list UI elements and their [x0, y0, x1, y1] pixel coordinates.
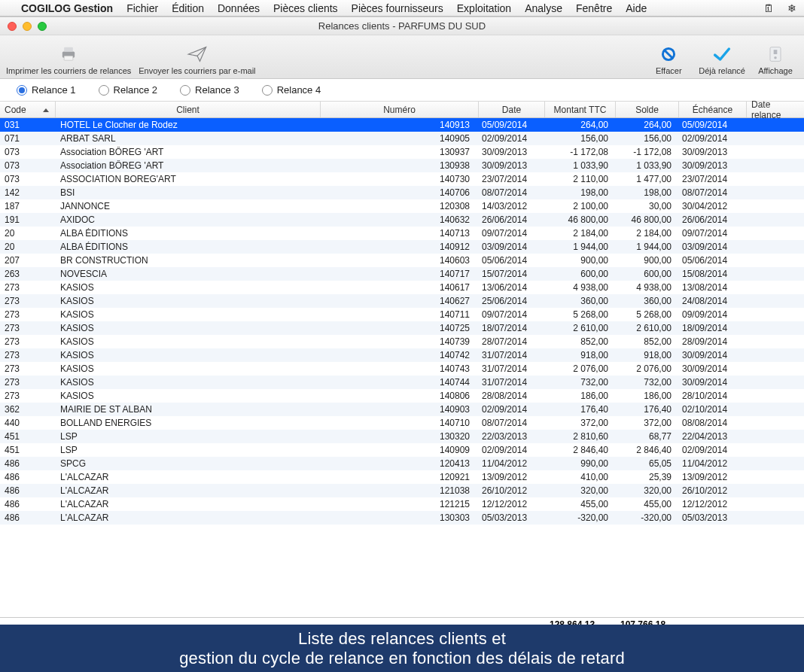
cell-client: ARBAT SARL	[56, 133, 321, 144]
menu-analyse[interactable]: Analyse	[525, 2, 562, 14]
table-row[interactable]: 263NOVESCIA14071715/07/2014600,00600,001…	[0, 267, 804, 281]
table-row[interactable]: 486L'ALCAZAR13030305/03/2013-320,00-320,…	[0, 511, 804, 525]
menu-pieces-clients[interactable]: Pièces clients	[273, 2, 338, 14]
cell-client: KASIOS	[56, 323, 321, 333]
cell-client: KASIOS	[56, 282, 321, 293]
table-row[interactable]: 207BR CONSTRUCTION14060305/06/2014900,00…	[0, 254, 804, 267]
cell-echeance: 30/04/2012	[679, 201, 747, 211]
cell-date: 05/09/2014	[479, 120, 545, 130]
table-row[interactable]: 273KASIOS14074431/07/2014732,00732,0030/…	[0, 376, 804, 389]
cell-numero: 120308	[321, 201, 479, 211]
table-row[interactable]: 486L'ALCAZAR12103826/10/2012320,00320,00…	[0, 484, 804, 497]
column-header-numero[interactable]: Numéro	[321, 102, 479, 117]
cell-echeance: 13/09/2012	[679, 472, 747, 482]
calendar-icon[interactable]: 🗓	[763, 2, 774, 14]
cell-date: 13/09/2012	[479, 472, 545, 482]
column-header-client[interactable]: Client	[56, 102, 321, 117]
clear-button-label: Effacer	[656, 66, 682, 75]
cell-code: 263	[0, 269, 56, 279]
app-menu[interactable]: COGILOG Gestion	[21, 2, 113, 14]
cell-client: L'ALCAZAR	[56, 472, 321, 482]
table-row[interactable]: 273KASIOS14062725/06/2014360,00360,0024/…	[0, 294, 804, 308]
cell-solde: 600,00	[616, 269, 679, 279]
print-button[interactable]: Imprimer les courriers de relances	[6, 44, 131, 75]
cell-numero: 140627	[321, 296, 479, 306]
cell-numero: 120413	[321, 458, 479, 469]
cell-numero: 140725	[321, 323, 479, 333]
table-row[interactable]: 031HOTEL Le Clocher de Rodez14091305/09/…	[0, 118, 804, 132]
table-row[interactable]: 073Association BÔREG 'ART13093830/09/201…	[0, 159, 804, 172]
cell-numero: 140905	[321, 133, 479, 144]
cell-client: L'ALCAZAR	[56, 485, 321, 496]
display-button[interactable]: Affichage	[753, 44, 798, 75]
table-row[interactable]: 273KASIOS14071109/07/20145 268,005 268,0…	[0, 308, 804, 321]
table-row[interactable]: 440BOLLAND ENERGIES14071008/07/2014372,0…	[0, 416, 804, 430]
table-row[interactable]: 362MAIRIE DE ST ALBAN14090302/09/2014176…	[0, 403, 804, 416]
menu-aide[interactable]: Aide	[626, 2, 647, 14]
table-body[interactable]: 031HOTEL Le Clocher de Rodez14091305/09/…	[0, 118, 804, 617]
cell-date: 02/09/2014	[479, 404, 545, 415]
radio-relance-3[interactable]: Relance 3	[180, 84, 239, 96]
table-row[interactable]: 273KASIOS14072518/07/20142 610,002 610,0…	[0, 321, 804, 335]
menu-pieces-fournisseurs[interactable]: Pièces fournisseurs	[352, 2, 443, 14]
already-sent-button[interactable]: Déjà relancé	[699, 44, 745, 75]
cell-solde: 852,00	[616, 336, 679, 347]
cell-numero: 140713	[321, 228, 479, 239]
table-row[interactable]: 20ALBA ÉDITIONS14071309/07/20142 184,002…	[0, 227, 804, 240]
cell-date: 13/06/2014	[479, 282, 545, 293]
table-row[interactable]: 073Association BÔREG 'ART13093730/09/201…	[0, 145, 804, 159]
gear-icon[interactable]: ❄︎	[787, 2, 796, 14]
cell-echeance: 26/06/2014	[679, 214, 747, 225]
table-row[interactable]: 273KASIOS14074331/07/20142 076,002 076,0…	[0, 362, 804, 376]
table-row[interactable]: 273KASIOS14074231/07/2014918,00918,0030/…	[0, 348, 804, 362]
table-row[interactable]: 486L'ALCAZAR12121512/12/2012455,00455,00…	[0, 497, 804, 511]
svg-rect-2	[64, 56, 73, 60]
send-email-button[interactable]: Envoyer les courriers par e-mail	[139, 44, 255, 75]
table-row[interactable]: 486L'ALCAZAR12092113/09/2012410,0025,391…	[0, 470, 804, 484]
table-row[interactable]: 187JANNONCE12030814/03/20122 100,0030,00…	[0, 199, 804, 213]
table-row[interactable]: 273KASIOS14080628/08/2014186,00186,0028/…	[0, 389, 804, 403]
cell-client: BOLLAND ENERGIES	[56, 418, 321, 428]
table-row[interactable]: 273KASIOS14061713/06/20144 938,004 938,0…	[0, 281, 804, 294]
table-row[interactable]: 20ALBA ÉDITIONS14091203/09/20141 944,001…	[0, 240, 804, 254]
table-row[interactable]: 142BSI14070608/07/2014198,00198,0008/07/…	[0, 186, 804, 199]
table-row[interactable]: 451LSP13032022/03/20132 810,6068,7722/04…	[0, 430, 804, 443]
cell-date: 03/09/2014	[479, 242, 545, 252]
cell-code: 273	[0, 323, 56, 333]
radio-relance-4[interactable]: Relance 4	[262, 84, 321, 96]
menu-fichier[interactable]: Fichier	[126, 2, 158, 14]
cell-code: 273	[0, 309, 56, 320]
table-row[interactable]: 451LSP14090902/09/20142 846,402 846,4002…	[0, 443, 804, 457]
menu-exploitation[interactable]: Exploitation	[457, 2, 511, 14]
clear-button[interactable]: Effacer	[646, 44, 691, 75]
cell-client: ALBA ÉDITIONS	[56, 242, 321, 252]
cell-date: 08/07/2014	[479, 187, 545, 198]
cell-numero: 140717	[321, 269, 479, 279]
cell-numero: 130937	[321, 147, 479, 157]
column-header-montant[interactable]: Montant TTC	[545, 102, 616, 117]
radio-relance-2[interactable]: Relance 2	[99, 84, 158, 96]
printer-icon	[56, 44, 81, 65]
table-row[interactable]: 486SPCG12041311/04/2012990,0065,0511/04/…	[0, 457, 804, 470]
menu-fenetre[interactable]: Fenêtre	[576, 2, 612, 14]
table-row[interactable]: 073ASSOCIATION BOREG'ART14073023/07/2014…	[0, 172, 804, 186]
column-header-date[interactable]: Date	[479, 102, 545, 117]
cell-solde: 65,05	[616, 458, 679, 469]
column-header-date-relance[interactable]: Date relance	[747, 102, 804, 117]
menu-donnees[interactable]: Données	[218, 2, 260, 14]
radio-dot-icon	[17, 85, 27, 96]
display-button-label: Affichage	[758, 66, 793, 75]
radio-relance-1[interactable]: Relance 1	[17, 84, 76, 96]
cell-echeance: 22/04/2013	[679, 431, 747, 442]
column-header-code[interactable]: Code	[0, 102, 56, 117]
menu-edition[interactable]: Édition	[172, 2, 204, 14]
cell-solde: 918,00	[616, 350, 679, 360]
table-row[interactable]: 071ARBAT SARL14090502/09/2014156,00156,0…	[0, 132, 804, 145]
column-header-solde[interactable]: Solde	[616, 102, 679, 117]
cell-montant: 2 810,60	[545, 431, 616, 442]
cell-client: NOVESCIA	[56, 269, 321, 279]
cell-date: 28/08/2014	[479, 391, 545, 401]
table-row[interactable]: 273KASIOS14073928/07/2014852,00852,0028/…	[0, 335, 804, 348]
column-header-echeance[interactable]: Échéance	[679, 102, 747, 117]
table-row[interactable]: 191AXIDOC14063226/06/201446 800,0046 800…	[0, 213, 804, 227]
